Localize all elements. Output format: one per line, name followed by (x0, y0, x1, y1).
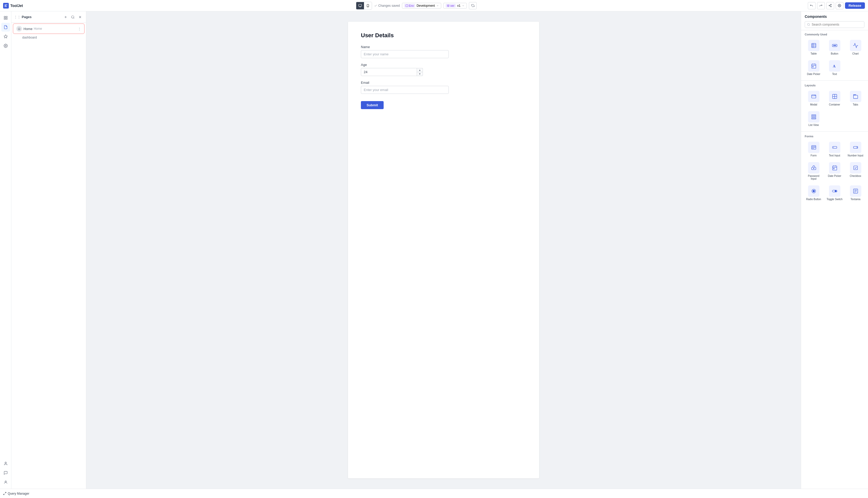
component-datepicker2[interactable]: Date Picker (825, 160, 844, 182)
sidebar-icon-chat[interactable] (1, 469, 10, 477)
main-layout: ⋮⋮ Pages Home Home ⋮ dashbo (0, 11, 868, 489)
component-radiobutton[interactable]: Radio Button (804, 183, 824, 202)
radiobutton-label: Radio Button (806, 198, 821, 201)
checkbox-label: Checkbox (850, 174, 861, 178)
button-icon-box (829, 40, 840, 51)
canvas: User Details Name Age ▲ ▼ Email (86, 11, 801, 489)
component-table[interactable]: Table (804, 38, 824, 57)
svg-rect-39 (812, 66, 813, 67)
form-input-age[interactable] (361, 68, 423, 76)
release-button[interactable]: Release (845, 2, 865, 9)
component-modal[interactable]: Modal (804, 89, 824, 108)
components-search-input[interactable] (812, 23, 862, 26)
form-label-age: Age (361, 63, 526, 67)
undo-btn[interactable] (808, 2, 816, 9)
svg-point-21 (71, 15, 74, 18)
datepicker2-label: Date Picker (828, 174, 841, 178)
page-more-home[interactable]: ⋮ (78, 27, 81, 31)
section-forms: Forms (801, 132, 868, 139)
passwordinput-label: Password Input (805, 174, 822, 180)
submit-button[interactable]: Submit (361, 101, 384, 109)
svg-line-22 (73, 17, 74, 18)
component-datepicker[interactable]: Date Picker (804, 58, 824, 77)
sidebar-icon-settings[interactable] (1, 41, 10, 50)
svg-rect-48 (811, 115, 816, 116)
form-input-email[interactable] (361, 86, 449, 94)
component-textarea[interactable]: Textarea (845, 183, 865, 202)
svg-point-3 (368, 6, 368, 6)
components-search-box[interactable] (805, 21, 864, 28)
sidebar-icon-pages[interactable] (1, 23, 10, 31)
search-page-btn[interactable] (69, 14, 76, 21)
textinput-icon-box (829, 142, 840, 153)
pages-drag-handle: ⋮⋮ (14, 15, 21, 19)
form-input-name[interactable] (361, 50, 449, 58)
page-item-home[interactable]: Home Home ⋮ (13, 24, 84, 34)
component-listview[interactable]: List View (804, 109, 824, 128)
modal-label: Modal (810, 103, 817, 106)
page-route-home: Home (34, 27, 42, 30)
sidebar-icon-user[interactable] (1, 478, 10, 487)
component-container[interactable]: Container (825, 89, 844, 108)
refresh-btn[interactable] (469, 2, 477, 9)
component-textinput[interactable]: Text Input (825, 139, 844, 159)
component-button[interactable]: Button (825, 38, 844, 57)
chart-label: Chart (852, 52, 858, 55)
svg-point-69 (813, 190, 815, 192)
radiobutton-icon-box (808, 185, 819, 197)
svg-rect-41 (811, 95, 816, 98)
pages-panel: ⋮⋮ Pages Home Home ⋮ dashbo (11, 11, 86, 489)
svg-point-33 (834, 45, 835, 46)
svg-rect-4 (406, 4, 408, 6)
share-btn[interactable] (826, 2, 834, 9)
close-pages-btn[interactable] (77, 14, 83, 21)
topbar-right: Release (808, 2, 865, 9)
mobile-device-btn[interactable] (364, 2, 372, 9)
svg-point-10 (839, 5, 840, 6)
component-chart[interactable]: Chart (845, 38, 865, 57)
svg-text:A: A (832, 64, 836, 68)
svg-line-77 (4, 494, 5, 495)
component-passwordinput[interactable]: Password Input (804, 160, 824, 182)
sidebar-icon-components[interactable] (1, 32, 10, 41)
svg-point-18 (5, 481, 6, 482)
component-tabs[interactable]: Tabs (845, 89, 865, 108)
component-text[interactable]: A Text (825, 58, 844, 77)
redo-btn[interactable] (817, 2, 825, 9)
component-toggleswitch[interactable]: Toggle Switch (825, 183, 844, 202)
desktop-device-btn[interactable] (356, 2, 364, 9)
query-manager-btn[interactable]: Query Manager (3, 492, 29, 495)
spinner-up[interactable]: ▲ (417, 68, 423, 72)
component-checkbox[interactable]: Checkbox (845, 160, 865, 182)
pages-header: ⋮⋮ Pages (11, 11, 86, 23)
svg-point-6 (829, 5, 830, 6)
sidebar-icon-profile[interactable] (1, 459, 10, 468)
page-item-dashboard[interactable]: dashboard (11, 35, 86, 40)
spinner-down[interactable]: ▼ (417, 72, 423, 76)
sidebar-icon-editor[interactable] (1, 13, 10, 22)
numberinput-label: Number Input (847, 154, 863, 157)
layouts-grid: Modal Container Tabs List (801, 89, 868, 131)
forms-grid: Form Text Input Number Input (801, 139, 868, 205)
settings-btn[interactable] (836, 2, 843, 9)
save-status: Changes saved (374, 4, 399, 8)
add-page-btn[interactable] (62, 14, 69, 21)
svg-point-71 (835, 190, 836, 192)
datepicker2-icon-box (829, 162, 840, 173)
component-form[interactable]: Form (804, 139, 824, 159)
app-name: ToolJet (10, 4, 23, 8)
svg-rect-12 (6, 16, 7, 17)
section-layouts: Layouts (801, 81, 868, 89)
pages-title: Pages (22, 15, 62, 19)
section-commonly-used: Commonly Used (801, 30, 868, 38)
device-switcher (356, 2, 372, 10)
form-title: User Details (361, 32, 526, 39)
ver-badge: ver (446, 4, 456, 8)
component-numberinput[interactable]: Number Input (845, 139, 865, 159)
svg-rect-1 (358, 4, 362, 6)
svg-point-32 (833, 45, 834, 46)
number-spinners: ▲ ▼ (417, 68, 423, 76)
version-selector[interactable]: ver v1 (443, 3, 467, 9)
env-selector[interactable]: Env Development (402, 3, 442, 9)
svg-rect-13 (6, 18, 7, 19)
